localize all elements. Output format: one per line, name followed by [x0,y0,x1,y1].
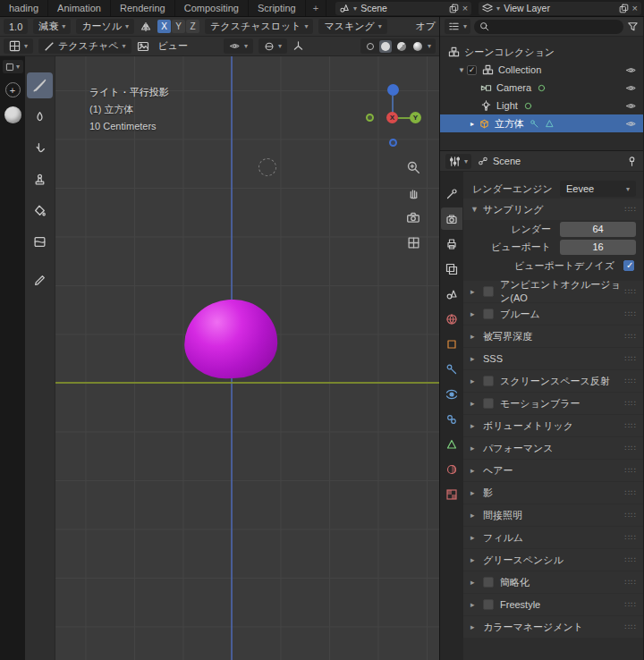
eye-icon[interactable] [625,65,637,75]
props-tab-output[interactable] [441,233,462,255]
section-color-management[interactable]: ▸カラーマネージメント∷∷ [463,616,643,638]
drag-grip-icon[interactable]: ∷∷ [625,511,637,520]
workspace-tab-animation[interactable]: Animation [48,0,111,16]
editor-type-dropdown[interactable]: ▾ [4,38,33,54]
props-tab-world[interactable] [441,308,462,330]
drag-grip-icon[interactable]: ∷∷ [625,309,637,318]
drag-grip-icon[interactable]: ∷∷ [625,421,637,430]
properties-editor-dropdown[interactable]: ▾ [445,154,471,169]
filter-icon[interactable] [627,21,639,32]
visibility-dropdown[interactable]: ▾ [224,38,253,54]
view-layer-name[interactable]: View Layer [504,3,614,13]
viewport-samples-field[interactable]: 16 [560,240,636,255]
drag-grip-icon[interactable]: ∷∷ [625,444,637,453]
tool-soften[interactable] [27,104,53,130]
scene-browse-icon[interactable] [339,3,350,13]
section-checkbox[interactable] [483,286,494,297]
section-performance[interactable]: ▸パフォーマンス∷∷ [463,437,643,459]
section-indirect-lighting[interactable]: ▸間接照明∷∷ [463,504,643,526]
gizmo-y-plus[interactable]: Y [410,112,421,123]
texture-slots-dropdown[interactable]: テクスチャスロット▾ [205,19,313,34]
props-tab-scene[interactable] [441,283,462,305]
props-tab-texture[interactable] [441,483,462,505]
workspace-tab-scripting[interactable]: Scripting [249,0,306,16]
props-tab-render[interactable] [441,207,462,230]
masking-dropdown[interactable]: マスキング▾ [318,19,386,34]
viewport-denoise-checkbox[interactable] [623,260,634,271]
breadcrumb-label[interactable]: Scene [493,156,521,166]
section-volumetrics[interactable]: ▸ボリューメトリック∷∷ [463,415,643,436]
shading-material-button[interactable] [395,40,408,53]
falloff-dropdown[interactable]: 減衰▾ [33,19,71,34]
drag-grip-icon[interactable]: ∷∷ [625,332,637,341]
outliner-row-collection[interactable]: ▼ ✓ Collection [440,61,643,79]
section-checkbox[interactable] [483,577,494,588]
section-simplify[interactable]: ▸簡略化∷∷ [463,571,643,593]
section-sampling[interactable]: ▼ サンプリング ∷∷ [463,199,643,220]
section-ambient-occlusion[interactable]: ▸アンビエントオクルージョン(AO∷∷ [463,281,643,302]
scene-name[interactable]: Scene [360,3,445,13]
section-checkbox[interactable] [483,309,494,319]
symmetry-z-toggle[interactable]: Z [186,20,199,33]
mode-dropdown[interactable]: テクスチャペ ▾ [38,38,131,54]
expand-arrow-icon[interactable]: ▸ [467,120,478,128]
render-engine-dropdown[interactable]: Eevee ▾ [560,181,636,197]
outliner-row-cube[interactable]: ▸ 立方体 [440,114,643,132]
camera-view-button[interactable] [404,208,422,226]
eye-icon[interactable] [625,101,637,111]
tool-mask[interactable] [27,229,53,255]
props-tab-constraints[interactable] [441,408,462,430]
scene-selector[interactable]: ▾ Scene × [335,2,471,15]
outliner-row-scene-collection[interactable]: シーンコレクション [440,43,643,61]
pan-hand-button[interactable] [404,183,422,201]
image-icon[interactable] [137,40,149,53]
outliner-search-input[interactable] [493,21,618,31]
drag-grip-icon[interactable]: ∷∷ [625,578,637,587]
symmetry-x-toggle[interactable]: X [157,20,171,33]
tool-clone[interactable] [27,166,53,192]
props-tab-material[interactable] [441,458,462,480]
tool-fill[interactable] [27,198,53,224]
tool-smear[interactable] [27,135,53,161]
pin-icon[interactable] [626,156,638,167]
brush-preview[interactable] [4,106,21,123]
unlink-scene-button[interactable]: × [462,4,468,13]
section-sss[interactable]: ▸SSS∷∷ [463,348,643,369]
workspace-tab-compositing[interactable]: Compositing [175,0,249,16]
eye-icon[interactable] [625,119,637,129]
props-tab-view-layer[interactable] [441,258,462,280]
remove-view-layer-button[interactable]: × [632,4,638,13]
section-grease-pencil[interactable]: ▸グリースペンシル∷∷ [463,549,643,571]
drag-grip-icon[interactable]: ∷∷ [625,205,637,214]
section-shadows[interactable]: ▸影∷∷ [463,482,643,503]
gizmo-z-minus[interactable] [389,139,397,147]
ortho-grid-button[interactable] [404,233,422,251]
strength-field[interactable]: 1.0 [4,19,28,34]
tool-draw[interactable] [27,72,53,98]
eye-icon[interactable] [625,83,637,93]
options-menu[interactable]: オプ [415,20,436,33]
outliner-search[interactable] [474,20,623,34]
collection-checkbox[interactable]: ✓ [467,65,477,75]
gizmo-z-plus[interactable] [387,84,399,96]
outliner-row-light[interactable]: Light [440,97,643,114]
render-samples-field[interactable]: 64 [560,222,636,237]
section-depth-of-field[interactable]: ▸被写界深度∷∷ [463,326,643,347]
drag-grip-icon[interactable]: ∷∷ [625,488,637,497]
new-scene-button[interactable] [449,4,459,13]
drag-grip-icon[interactable]: ∷∷ [625,600,637,609]
view-layer-selector[interactable]: ▾ View Layer × [479,2,641,15]
gizmo-x-plus[interactable]: X [386,112,398,123]
add-brush-button[interactable]: + [5,82,21,97]
shading-rendered-button[interactable] [411,40,424,53]
section-hair[interactable]: ▸ヘアー∷∷ [463,460,643,481]
zoom-button[interactable] [404,158,422,176]
symmetry-y-toggle[interactable]: Y [172,20,185,33]
outliner-row-camera[interactable]: Camera [440,79,643,97]
section-checkbox[interactable] [483,599,494,610]
outliner-editor-dropdown[interactable]: ▾ [445,19,470,34]
drag-grip-icon[interactable]: ∷∷ [625,287,637,296]
drag-grip-icon[interactable]: ∷∷ [625,622,637,631]
props-tab-tool[interactable] [441,182,462,205]
drag-grip-icon[interactable]: ∷∷ [625,377,637,385]
